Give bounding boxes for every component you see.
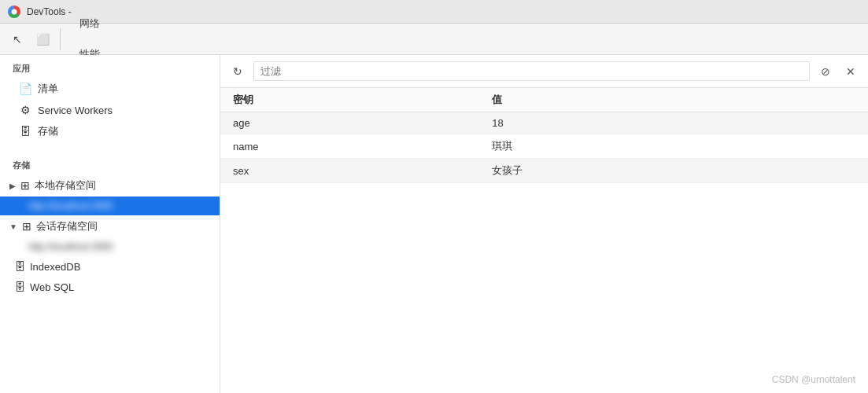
sidebar-item-local-storage[interactable]: ▶ ⊞ 本地存储空间 [0, 174, 220, 196]
table-row[interactable]: age18 [220, 112, 868, 134]
no-button[interactable]: ⊘ [816, 62, 835, 81]
sidebar-item-manifest[interactable]: 📄 清单 [0, 78, 220, 100]
device-icon: ⬜ [36, 33, 50, 46]
table-row[interactable]: sex女孩子 [220, 159, 868, 183]
table-cell-key: sex [220, 159, 479, 183]
chrome-logo-icon [8, 6, 20, 18]
toolbar: ↖ ⬜ 元素控制台来源网络性能应用内存Lighthouse [0, 24, 868, 55]
session-storage-sub-label: http://localhost:3000 [28, 241, 113, 252]
local-storage-sub-label: http://localhost:3000 [28, 200, 113, 211]
sidebar-item-service-workers-label: Service Workers [38, 105, 113, 116]
content-area: ↻ ⊘ ✕ 密钥 值 age18name琪琪sex女孩子 [220, 55, 868, 393]
table-cell-value: 琪琪 [479, 134, 868, 159]
table-row[interactable]: name琪琪 [220, 134, 868, 159]
sidebar: 应用 📄 清单 ⚙ Service Workers 🗄 存储 存储 ▶ ⊞ 本地… [0, 55, 220, 393]
table-cell-key: name [220, 134, 479, 159]
sidebar-item-storage-label: 存储 [38, 124, 58, 138]
refresh-icon: ↻ [233, 65, 242, 78]
websql-label: Web SQL [30, 281, 74, 293]
table-cell-key: age [220, 112, 479, 134]
clear-button[interactable]: ✕ [841, 62, 860, 81]
table-cell-value: 18 [479, 112, 868, 134]
sidebar-item-service-workers[interactable]: ⚙ Service Workers [0, 100, 220, 120]
session-storage-label: 会话存储空间 [36, 219, 98, 233]
col-header-key: 密钥 [220, 88, 479, 112]
local-storage-label: 本地存储空间 [35, 178, 96, 193]
sidebar-item-local-storage-sub[interactable]: http://localhost:3000 [0, 196, 220, 215]
manifest-icon: 📄 [19, 83, 31, 95]
sidebar-item-session-storage[interactable]: ▼ ⊞ 会话存储空间 [0, 215, 220, 237]
service-workers-icon: ⚙ [19, 104, 31, 116]
tab-网络[interactable]: 网络 [70, 9, 139, 40]
close-icon: ✕ [846, 65, 855, 78]
toolbar-icons: ↖ ⬜ [6, 28, 61, 50]
filter-bar: ↻ ⊘ ✕ [220, 55, 868, 88]
sidebar-item-indexeddb[interactable]: 🗄 IndexedDB [0, 256, 220, 277]
sidebar-item-storage[interactable]: 🗄 存储 [0, 120, 220, 142]
websql-icon: 🗄 [14, 281, 25, 293]
indexeddb-icon: 🗄 [14, 260, 25, 273]
titlebar-title: DevTools - [27, 6, 72, 17]
cursor-icon: ↖ [13, 33, 22, 46]
no-icon: ⊘ [821, 65, 830, 78]
indexeddb-label: IndexedDB [30, 261, 80, 273]
cursor-tool-button[interactable]: ↖ [6, 28, 28, 50]
local-storage-grid-icon: ⊞ [20, 179, 30, 192]
sidebar-item-session-storage-sub[interactable]: http://localhost:3000 [0, 237, 220, 256]
table-cell-value: 女孩子 [479, 159, 868, 183]
main-layout: 应用 📄 清单 ⚙ Service Workers 🗄 存储 存储 ▶ ⊞ 本地… [0, 55, 868, 393]
session-storage-grid-icon: ⊞ [22, 220, 31, 233]
storage-section-label: 存储 [0, 152, 220, 174]
refresh-button[interactable]: ↻ [228, 62, 247, 81]
sidebar-item-websql[interactable]: 🗄 Web SQL [0, 277, 220, 297]
device-toggle-button[interactable]: ⬜ [31, 28, 54, 50]
sidebar-item-manifest-label: 清单 [38, 82, 58, 96]
filter-input[interactable] [253, 61, 810, 81]
session-storage-arrow-icon: ▼ [9, 222, 17, 231]
local-storage-arrow-icon: ▶ [9, 182, 16, 190]
watermark: CSDN @urnottalent [772, 374, 855, 385]
data-table: 密钥 值 age18name琪琪sex女孩子 [220, 88, 868, 393]
app-section-label: 应用 [0, 55, 220, 78]
storage-icon: 🗄 [19, 125, 31, 138]
col-header-value: 值 [479, 88, 868, 112]
